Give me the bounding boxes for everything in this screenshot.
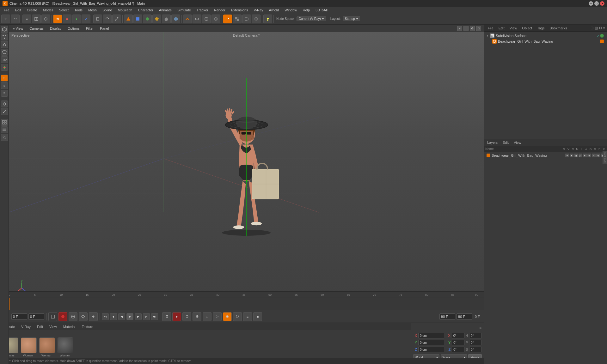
toolbar-undo[interactable]: ↩ — [1, 15, 10, 23]
toolbar-y-axis[interactable]: Y — [72, 15, 81, 23]
toolbar-z-axis[interactable]: Z — [82, 15, 90, 23]
viewport[interactable]: ≡ View Cameras Display Options Filter Pa… — [9, 25, 484, 298]
toolbar-rotate[interactable] — [103, 15, 112, 23]
material-item-woman3[interactable]: Woman_ — [58, 337, 73, 357]
current-frame-input[interactable] — [11, 313, 27, 320]
right-toolbar-list[interactable]: ≡ — [603, 26, 605, 30]
toolbar-parent[interactable] — [32, 15, 41, 23]
toolbar-obj4[interactable] — [152, 15, 161, 23]
mat-tab-vray[interactable]: V-Ray — [19, 324, 33, 329]
transport-motion[interactable] — [69, 312, 77, 321]
menu-animate[interactable]: Animate — [156, 8, 174, 13]
toolbar-select-all[interactable]: ⊗ — [53, 15, 62, 23]
transport-mode9[interactable]: ≡ — [243, 312, 252, 321]
layers-tab-view[interactable]: View — [512, 140, 523, 145]
toolbar-scale[interactable] — [112, 15, 121, 23]
transport-mode3[interactable]: ⊙ — [182, 312, 191, 321]
viewport-download[interactable]: ↓ — [463, 26, 469, 31]
om-item-subdivision[interactable]: ▸ Subdivision Surface ✓ — [486, 33, 605, 39]
mat-tab-material[interactable]: Material — [61, 324, 77, 329]
right-tab-bookmarks[interactable]: Bookmarks — [548, 26, 569, 31]
om-item-beachwear[interactable]: Beachwear_Girl_With_Bag_Waving — [486, 39, 605, 44]
viewport-tab-panel[interactable]: Panel — [99, 26, 110, 31]
transport-auto[interactable] — [58, 312, 67, 321]
menu-spline[interactable]: Spline — [100, 8, 115, 13]
transport-goto-start[interactable]: ⏮ — [102, 313, 109, 320]
toolbar-light[interactable] — [263, 15, 272, 23]
transport-mode5[interactable]: □ — [203, 312, 212, 321]
maximize-button[interactable]: □ — [594, 1, 599, 6]
toolbar-obj2[interactable] — [133, 15, 142, 23]
menu-arnold[interactable]: Arnold — [267, 8, 282, 13]
menu-select[interactable]: Select — [57, 8, 71, 13]
viewport-tab-display[interactable]: Display — [49, 26, 63, 31]
transport-mode6[interactable]: ▷ — [213, 312, 222, 321]
end-frame-input-1[interactable] — [439, 313, 455, 320]
material-item-woman1[interactable]: Woman_ — [21, 337, 37, 357]
right-tab-tags[interactable]: Tags — [535, 26, 546, 31]
menu-create[interactable]: Create — [24, 8, 40, 13]
right-tab-edit[interactable]: Edit — [497, 26, 506, 31]
left-tool-s2[interactable]: S — [1, 82, 8, 89]
coord-p-val[interactable] — [469, 340, 482, 345]
toolbar-move[interactable] — [41, 15, 50, 23]
toolbar-obj5[interactable] — [162, 15, 171, 23]
toolbar-active-tool[interactable] — [223, 15, 232, 23]
menu-simulate[interactable]: Simulate — [175, 8, 193, 13]
transport-keyframe[interactable] — [79, 312, 88, 321]
left-tool-model[interactable] — [1, 26, 8, 33]
right-toolbar-icons[interactable]: ⊞ — [591, 26, 593, 30]
coord-h-val[interactable] — [469, 333, 482, 338]
menu-window[interactable]: Window — [282, 8, 299, 13]
transport-mode2[interactable]: ● — [172, 312, 181, 321]
toolbar-render-region[interactable] — [242, 15, 251, 23]
toolbar-sym[interactable] — [202, 15, 211, 23]
transport-mode7[interactable]: ◉ — [223, 312, 232, 321]
safe-layer-tab[interactable]: SAFEUI — [603, 151, 607, 164]
left-tool-s3[interactable]: S — [1, 90, 8, 97]
menu-extensions[interactable]: Extensions — [229, 8, 251, 13]
transport-goto-end[interactable]: ⏭ — [151, 313, 158, 320]
menu-modes[interactable]: Modes — [40, 8, 56, 13]
toolbar-obj1[interactable] — [124, 15, 133, 23]
viewport-tab-cameras[interactable]: Cameras — [28, 26, 45, 31]
coord-b-val[interactable] — [469, 347, 482, 352]
menu-3dtoall[interactable]: 3DToAll — [313, 8, 330, 13]
menu-edit[interactable]: Edit — [13, 8, 24, 13]
viewport-tab-options[interactable]: Options — [66, 26, 81, 31]
right-tab-file[interactable]: File — [486, 26, 495, 31]
transport-mode8[interactable]: ⬡ — [233, 312, 242, 321]
left-tool-grid-l[interactable] — [1, 119, 8, 126]
left-tool-layer-btn[interactable] — [1, 126, 8, 133]
layers-tab-layers[interactable]: Layers — [485, 140, 500, 145]
coord-y-rot[interactable] — [452, 340, 464, 345]
layer-item-beachwear[interactable]: Beachwear_Girl_With_Bag_Waving ● ■ ◉ ▷ ▸… — [485, 153, 606, 158]
toolbar-x-axis[interactable]: X — [63, 15, 71, 23]
layers-tab-edit[interactable]: Edit — [501, 140, 511, 145]
transport-mode10[interactable]: ■ — [253, 312, 262, 321]
coord-x-rot[interactable] — [452, 333, 464, 338]
transport-record[interactable] — [48, 312, 57, 321]
menu-help[interactable]: Help — [300, 8, 312, 13]
transport-mode1[interactable]: ⊡ — [162, 312, 171, 321]
timeline-ruler[interactable] — [9, 298, 484, 310]
transport-next-frame[interactable]: ⏵ — [143, 313, 150, 320]
left-tool-s1[interactable]: S — [1, 75, 8, 82]
right-tab-view[interactable]: View — [508, 26, 519, 31]
viewport-tab-filter[interactable]: Filter — [85, 26, 95, 31]
transport-prev-key[interactable]: ◀ — [118, 313, 125, 320]
right-tab-object[interactable]: Object — [520, 26, 534, 31]
toolbar-redo[interactable]: ↪ — [11, 15, 20, 23]
close-button[interactable]: ✕ — [600, 1, 604, 6]
menu-file[interactable]: File — [1, 8, 12, 13]
timeline[interactable] — [9, 298, 484, 310]
menu-tracker[interactable]: Tracker — [194, 8, 211, 13]
mat-tab-edit[interactable]: Edit — [35, 324, 45, 329]
transport-prev-frame[interactable]: ⏴ — [110, 313, 117, 320]
toolbar-texture[interactable] — [233, 15, 242, 23]
coord-x-pos[interactable] — [418, 333, 444, 338]
right-toolbar-filter[interactable]: ▤ — [595, 26, 598, 30]
minimize-button[interactable]: ─ — [589, 1, 593, 6]
menu-tools[interactable]: Tools — [72, 8, 85, 13]
menu-vray[interactable]: V-Ray — [251, 8, 266, 13]
